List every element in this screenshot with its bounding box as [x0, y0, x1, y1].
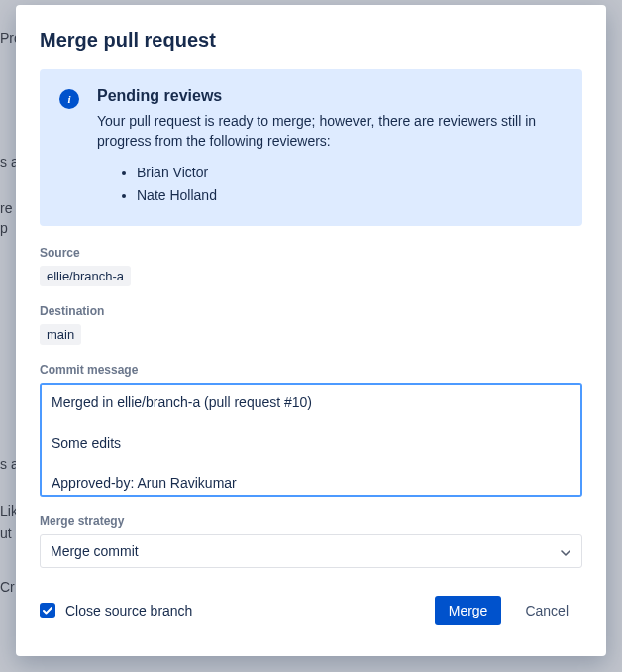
merge-strategy-label: Merge strategy	[40, 514, 582, 528]
pending-reviews-info: i Pending reviews Your pull request is r…	[40, 69, 582, 226]
source-branch: ellie/branch-a	[40, 266, 131, 286]
merge-button[interactable]: Merge	[435, 596, 502, 625]
commit-message-label: Commit message	[40, 363, 582, 377]
info-icon: i	[59, 89, 79, 109]
reviewer-list: Brian Victor Nate Holland	[97, 162, 565, 209]
reviewer-item: Nate Holland	[137, 184, 565, 208]
destination-branch: main	[40, 324, 81, 345]
commit-message-input[interactable]	[40, 383, 582, 497]
merge-strategy-select[interactable]: Merge commit	[40, 534, 582, 568]
reviewer-item: Brian Victor	[137, 162, 565, 185]
merge-pr-modal: Merge pull request i Pending reviews You…	[16, 5, 606, 656]
info-description: Your pull request is ready to merge; how…	[97, 111, 565, 152]
info-title: Pending reviews	[97, 87, 565, 105]
source-label: Source	[40, 246, 582, 260]
close-source-branch-row[interactable]: Close source branch	[40, 603, 192, 618]
close-branch-label: Close source branch	[65, 603, 192, 618]
modal-title: Merge pull request	[40, 29, 582, 52]
cancel-button[interactable]: Cancel	[511, 596, 582, 625]
close-branch-checkbox[interactable]	[40, 603, 55, 618]
destination-label: Destination	[40, 304, 582, 318]
